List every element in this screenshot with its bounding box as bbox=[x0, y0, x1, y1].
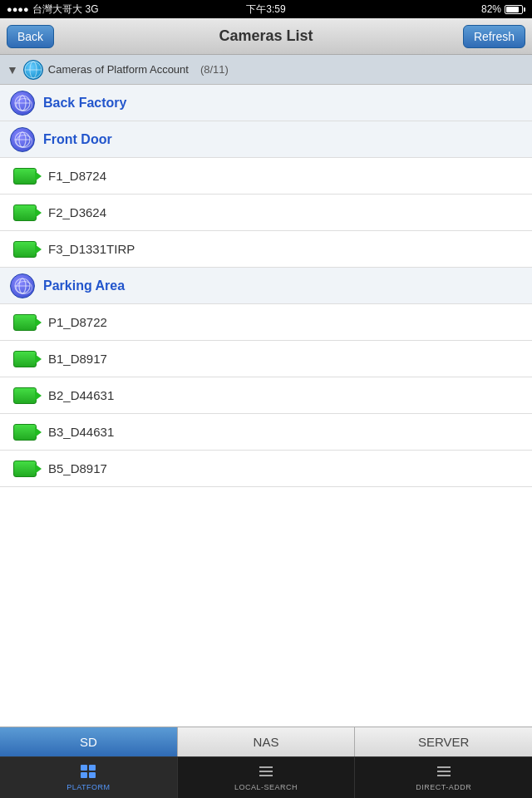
storage-section-tabs: SD NAS SERVER bbox=[0, 727, 532, 756]
account-name: Cameras of Platform Account bbox=[48, 63, 189, 76]
nav-tab-local-search[interactable]: LOCAL-SEARCH bbox=[178, 757, 356, 798]
nav-label-local-search: LOCAL-SEARCH bbox=[234, 783, 298, 791]
section-tab-nas[interactable]: NAS bbox=[178, 727, 356, 756]
svg-rect-15 bbox=[89, 772, 96, 778]
nav-label-direct-addr: DIRECT-ADDR bbox=[416, 783, 471, 791]
group-item-parking-area[interactable]: Parking Area bbox=[0, 268, 532, 304]
nav-tab-direct-addr[interactable]: DIRECT-ADDR bbox=[355, 757, 532, 798]
battery-percent: 82% bbox=[481, 3, 501, 15]
camera-icon-wrapper-f3 bbox=[10, 241, 40, 258]
group-label-parking-area: Parking Area bbox=[43, 278, 125, 293]
group-item-back-factory[interactable]: Back Factory bbox=[0, 85, 532, 121]
network-label: 3G bbox=[86, 3, 99, 15]
battery-icon bbox=[505, 5, 525, 14]
camera-icon-wrapper-b1 bbox=[10, 351, 40, 367]
platform-icon bbox=[80, 764, 96, 781]
bottom-nav: PLATFORM LOCAL-SEARCH DIRECT-ADDR bbox=[0, 756, 532, 798]
group-label-back-factory: Back Factory bbox=[43, 96, 127, 111]
camera-icon-wrapper-f2 bbox=[10, 204, 40, 221]
camera-icon-wrapper-b2 bbox=[10, 387, 40, 404]
camera-icon-b2 bbox=[13, 387, 37, 404]
status-left: ●●●● 台灣大哥大 3G bbox=[7, 2, 99, 17]
camera-item-f2[interactable]: F2_D3624 bbox=[0, 195, 532, 231]
refresh-button[interactable]: Refresh bbox=[463, 25, 525, 48]
camera-label-b2: B2_D44631 bbox=[48, 388, 114, 402]
section-label-server: SERVER bbox=[418, 735, 469, 749]
section-tab-sd[interactable]: SD bbox=[0, 727, 178, 756]
camera-item-p1[interactable]: P1_D8722 bbox=[0, 304, 532, 341]
nav-tab-platform[interactable]: PLATFORM bbox=[0, 757, 178, 798]
svg-rect-14 bbox=[81, 772, 87, 778]
camera-icon-f1 bbox=[13, 168, 37, 185]
camera-label-f1: F1_D8724 bbox=[48, 169, 106, 183]
svg-point-7 bbox=[19, 132, 26, 147]
svg-point-4 bbox=[19, 96, 26, 111]
camera-label-f3: F3_D1331TIRP bbox=[48, 242, 135, 256]
camera-icon-b1 bbox=[13, 351, 37, 367]
group-icon-front-door bbox=[10, 127, 35, 152]
camera-item-b3[interactable]: B3_D44631 bbox=[0, 414, 532, 451]
account-icon bbox=[23, 60, 43, 80]
camera-icon-b3 bbox=[13, 424, 37, 441]
camera-label-b5: B5_D8917 bbox=[48, 461, 107, 475]
time-label: 下午3:59 bbox=[246, 2, 285, 17]
camera-item-f1[interactable]: F1_D8724 bbox=[0, 158, 532, 195]
status-right: 82% bbox=[481, 3, 525, 15]
nav-bar: Back Cameras List Refresh bbox=[0, 18, 532, 55]
main-content: ▼ Cameras of Platform Account (8/11) Bac… bbox=[0, 55, 532, 727]
status-bar: ●●●● 台灣大哥大 3G 下午3:59 82% bbox=[0, 0, 532, 18]
group-item-front-door[interactable]: Front Door bbox=[0, 121, 532, 158]
direct-addr-icon bbox=[436, 764, 452, 781]
group-icon-back-factory bbox=[10, 91, 35, 116]
back-button[interactable]: Back bbox=[7, 25, 54, 48]
group-icon-parking-area bbox=[10, 273, 35, 298]
carrier-label: 台灣大哥大 bbox=[32, 2, 82, 17]
local-search-icon bbox=[258, 764, 274, 781]
svg-rect-12 bbox=[81, 765, 87, 771]
camera-label-f2: F2_D3624 bbox=[48, 205, 106, 219]
account-count: (8/11) bbox=[200, 63, 229, 76]
svg-point-10 bbox=[19, 278, 26, 293]
camera-label-p1: P1_D8722 bbox=[48, 315, 107, 329]
camera-icon-f2 bbox=[13, 204, 37, 221]
camera-icon-wrapper-f1 bbox=[10, 168, 40, 185]
camera-icon-wrapper-b3 bbox=[10, 424, 40, 441]
section-tab-server[interactable]: SERVER bbox=[355, 727, 532, 756]
account-row[interactable]: ▼ Cameras of Platform Account (8/11) bbox=[0, 55, 532, 85]
chevron-down-icon: ▼ bbox=[7, 63, 18, 76]
svg-rect-13 bbox=[89, 765, 96, 771]
camera-icon-wrapper-p1 bbox=[10, 314, 40, 331]
signal-icon: ●●●● bbox=[7, 4, 29, 14]
camera-label-b1: B1_D8917 bbox=[48, 352, 107, 366]
camera-icon-b5 bbox=[13, 461, 37, 477]
camera-icon-wrapper-b5 bbox=[10, 461, 40, 477]
svg-point-6 bbox=[15, 132, 30, 147]
section-label-nas: NAS bbox=[254, 735, 279, 749]
group-label-front-door: Front Door bbox=[43, 132, 112, 147]
nav-label-platform: PLATFORM bbox=[66, 783, 110, 791]
section-label-sd: SD bbox=[80, 735, 97, 749]
camera-label-b3: B3_D44631 bbox=[48, 425, 114, 439]
camera-item-b2[interactable]: B2_D44631 bbox=[0, 377, 532, 414]
svg-point-3 bbox=[15, 96, 30, 111]
page-title: Cameras List bbox=[219, 27, 313, 45]
camera-item-f3[interactable]: F3_D1331TIRP bbox=[0, 231, 532, 268]
camera-item-b1[interactable]: B1_D8917 bbox=[0, 341, 532, 377]
camera-item-b5[interactable]: B5_D8917 bbox=[0, 451, 532, 487]
svg-point-9 bbox=[15, 278, 30, 293]
camera-icon-f3 bbox=[13, 241, 37, 258]
camera-icon-p1 bbox=[13, 314, 37, 331]
